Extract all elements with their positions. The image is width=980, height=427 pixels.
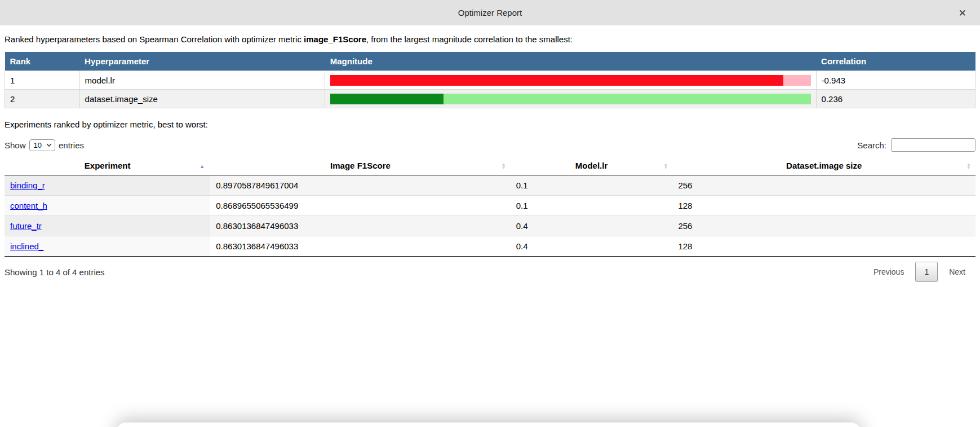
previous-page-button[interactable]: Previous [868, 263, 910, 281]
magnitude-bar [330, 94, 810, 104]
experiment-link[interactable]: content_h [10, 201, 47, 210]
sort-down-icon: ▼ [502, 166, 506, 170]
rank-cell: 2 [5, 90, 80, 108]
header-dataset-image-size-label: Dataset.image size [786, 161, 862, 170]
correlation-cell: -0.943 [816, 71, 975, 90]
table-row: 1 model.lr -0.943 [5, 71, 975, 90]
header-image-f1score-sort[interactable]: Image F1Score ▲▼ [210, 157, 510, 175]
experiment-link[interactable]: inclined_ [10, 241, 43, 251]
header-image-f1score-label: Image F1Score [330, 161, 391, 170]
model-lr-cell: 0.1 [511, 196, 673, 216]
magnitude-bar [330, 75, 810, 86]
experiment-cell: content_h [5, 196, 210, 216]
experiments-section-heading: Experiments ranked by optimizer metric, … [5, 120, 975, 129]
table-row: future_tr 0.8630136847496033 0.4 256 [5, 216, 975, 236]
experiment-cell: binding_r [5, 175, 210, 196]
sort-both-icon: ▲▼ [663, 163, 668, 170]
header-correlation: Correlation [816, 52, 975, 71]
experiment-cell: inclined_ [5, 236, 210, 257]
image-f1score-cell: 0.8970587849617004 [210, 175, 510, 196]
dataset-image-size-cell: 128 [672, 236, 975, 257]
datatable-controls: Show 10 entries Search: [5, 138, 975, 152]
magnitude-bar-remainder [783, 75, 811, 86]
dataset-image-size-cell: 128 [672, 196, 975, 216]
modal-body: Ranked hyperparameters based on Spearman… [0, 34, 980, 282]
show-label: Show [5, 140, 26, 150]
entries-label: entries [59, 140, 84, 150]
header-model-lr-label: Model.lr [575, 161, 608, 170]
metric-name: image_F1Score [304, 34, 366, 44]
magnitude-cell [325, 71, 816, 90]
rank-cell: 1 [5, 71, 80, 90]
table-row: content_h 0.8689655065536499 0.1 128 [5, 196, 975, 216]
model-lr-cell: 0.4 [511, 236, 673, 257]
hyperparameter-correlation-table: Rank Hyperparameter Magnitude Correlatio… [5, 52, 975, 108]
experiments-table: Experiment ▲ Image F1Score ▲▼ Model.lr ▲… [5, 157, 975, 257]
entries-select-value: 10 [34, 141, 42, 149]
magnitude-bar-remainder [444, 94, 810, 104]
table-row: binding_r 0.8970587849617004 0.1 256 [5, 175, 975, 196]
table-row: inclined_ 0.8630136847496033 0.4 128 [5, 236, 975, 257]
image-f1score-cell: 0.8630136847496033 [210, 236, 510, 257]
entries-length-control: Show 10 entries [5, 139, 84, 151]
sort-both-icon: ▲▼ [966, 163, 971, 170]
experiment-link[interactable]: binding_r [10, 181, 45, 190]
entries-info: Showing 1 to 4 of 4 entries [5, 267, 105, 277]
hyperparameter-table-header-row: Rank Hyperparameter Magnitude Correlatio… [5, 52, 975, 71]
header-dataset-image-size-sort[interactable]: Dataset.image size ▲▼ [672, 157, 975, 175]
hyperparameter-cell: dataset.image_size [79, 90, 325, 108]
next-page-button[interactable]: Next [943, 263, 971, 281]
sort-down-icon: ▼ [966, 166, 971, 170]
sort-both-icon: ▲▼ [502, 163, 506, 170]
dataset-image-size-cell: 256 [672, 175, 975, 196]
intro-prefix: Ranked hyperparameters based on Spearman… [5, 34, 304, 44]
header-experiment-label: Experiment [85, 161, 131, 170]
magnitude-bar-solid [330, 94, 444, 104]
header-experiment-sort[interactable]: Experiment ▲ [5, 157, 210, 175]
header-model-lr-sort[interactable]: Model.lr ▲▼ [511, 157, 673, 175]
search-input[interactable] [891, 138, 975, 152]
magnitude-cell [325, 90, 816, 108]
close-icon[interactable]: ✕ [959, 8, 966, 17]
intro-suffix: , from the largest magnitude correlation… [366, 34, 573, 44]
experiment-cell: future_tr [5, 216, 210, 236]
page-1-button[interactable]: 1 [915, 262, 938, 282]
search-label: Search: [857, 140, 886, 150]
table-row: 2 dataset.image_size 0.236 [5, 90, 975, 108]
experiments-table-header-row: Experiment ▲ Image F1Score ▲▼ Model.lr ▲… [5, 157, 975, 175]
correlation-cell: 0.236 [816, 90, 975, 108]
modal-title: Optimizer Report [458, 8, 522, 17]
sort-ascending-icon: ▲ [199, 164, 205, 169]
sort-down-icon: ▼ [663, 166, 668, 170]
header-rank: Rank [5, 52, 80, 71]
model-lr-cell: 0.4 [511, 216, 673, 236]
chevron-down-icon [46, 143, 52, 147]
experiment-link[interactable]: future_tr [10, 221, 42, 231]
header-magnitude: Magnitude [325, 52, 816, 71]
search-control: Search: [857, 138, 975, 152]
dataset-image-size-cell: 256 [672, 216, 975, 236]
table-footer: Showing 1 to 4 of 4 entries Previous 1 N… [5, 262, 975, 282]
entries-select[interactable]: 10 [29, 139, 55, 151]
image-f1score-cell: 0.8630136847496033 [210, 216, 510, 236]
modal-titlebar: Optimizer Report ✕ [0, 0, 980, 25]
header-hyperparameter: Hyperparameter [79, 52, 325, 71]
magnitude-bar-solid [330, 75, 783, 86]
bottom-window-shadow [117, 422, 861, 427]
hyperparameter-cell: model.lr [79, 71, 325, 90]
pagination: Previous 1 Next [868, 262, 975, 282]
image-f1score-cell: 0.8689655065536499 [210, 196, 510, 216]
intro-text: Ranked hyperparameters based on Spearman… [5, 34, 975, 44]
model-lr-cell: 0.1 [511, 175, 673, 196]
